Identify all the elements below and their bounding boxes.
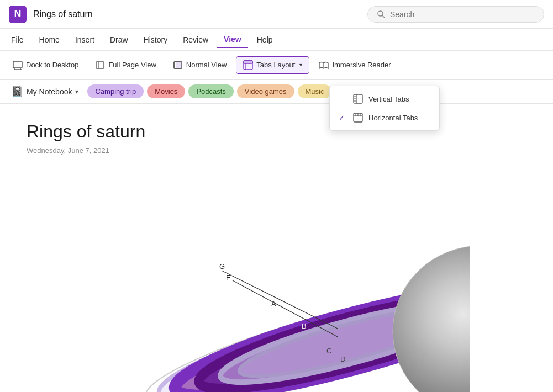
section-camping-trip[interactable]: Camping trip [87, 84, 144, 98]
svg-text:C: C [326, 347, 331, 355]
page-title: Rings of saturn [27, 121, 526, 142]
svg-rect-13 [244, 61, 252, 63]
menu-help[interactable]: Help [250, 32, 280, 47]
vertical-tabs-option[interactable]: Vertical Tabs [330, 89, 439, 108]
vertical-tabs-label: Vertical Tabs [368, 95, 409, 103]
title-bar: N Rings of saturn [0, 0, 553, 29]
svg-rect-6 [96, 62, 104, 68]
horizontal-tabs-icon [353, 113, 363, 123]
page-divider [27, 168, 526, 168]
svg-line-24 [222, 271, 338, 329]
app-icon: N [9, 6, 27, 23]
vertical-tabs-icon [353, 94, 363, 104]
tabs-layout-dropdown-arrow: ▾ [299, 62, 302, 68]
search-bar[interactable] [367, 6, 544, 23]
page-date: Wednesday, June 7, 2021 [27, 146, 526, 155]
menu-home[interactable]: Home [33, 32, 66, 47]
dock-icon [13, 60, 23, 70]
svg-text:A: A [271, 300, 276, 308]
section-music[interactable]: Music [298, 84, 332, 98]
section-movies[interactable]: Movies [147, 84, 185, 98]
full-page-view-button[interactable]: Full Page View [88, 56, 163, 74]
tabs-layout-button[interactable]: Tabs Layout ▾ [236, 56, 309, 74]
tabs-layout-dropdown: Vertical Tabs ✓ Horizontal Tabs [329, 86, 440, 131]
section-tabs: Camping trip Movies Podcasts Video games… [87, 84, 331, 98]
normalview-icon [173, 60, 183, 70]
svg-text:D: D [340, 355, 345, 363]
normal-view-button[interactable]: Normal View [166, 56, 234, 74]
reader-icon [319, 60, 329, 70]
search-icon [377, 10, 386, 19]
section-video-games[interactable]: Video games [237, 84, 294, 98]
menu-view[interactable]: View [217, 31, 248, 48]
menu-bar: File Home Insert Draw History Review Vie… [0, 29, 553, 51]
content-area: Rings of saturn Wednesday, June 7, 2021 … [0, 104, 553, 392]
immersive-reader-button[interactable]: Immersive Reader [312, 56, 398, 74]
notebook-icon: 📓 [11, 86, 23, 98]
menu-insert[interactable]: Insert [69, 32, 101, 47]
svg-rect-2 [13, 61, 22, 68]
menu-draw[interactable]: Draw [103, 32, 135, 47]
search-input[interactable] [390, 10, 535, 19]
notebook-name: My Notebook [27, 87, 72, 96]
fullpage-icon [95, 60, 105, 70]
menu-file[interactable]: File [4, 32, 30, 47]
horizontal-tabs-label: Horizontal Tabs [368, 114, 418, 122]
notebook-bar: 📓 My Notebook ▾ Camping trip Movies Podc… [0, 80, 553, 104]
notebook-selector[interactable]: 📓 My Notebook ▾ [7, 83, 83, 100]
dock-to-desktop-button[interactable]: Dock to Desktop [6, 56, 86, 74]
app-title: Rings of saturn [33, 9, 367, 19]
svg-text:B: B [302, 322, 307, 330]
svg-text:F: F [226, 273, 230, 282]
svg-line-1 [382, 15, 385, 18]
horizontal-tabs-check: ✓ [339, 114, 347, 122]
saturn-illustration: G F A B C D [83, 221, 470, 392]
notebook-chevron-icon: ▾ [75, 88, 78, 96]
horizontal-tabs-option[interactable]: ✓ Horizontal Tabs [330, 108, 439, 127]
svg-point-23 [393, 246, 470, 392]
toolbar: Dock to Desktop Full Page View Normal Vi… [0, 51, 553, 80]
svg-rect-10 [176, 62, 182, 68]
menu-review[interactable]: Review [176, 32, 215, 47]
svg-text:G: G [219, 262, 225, 271]
section-podcasts[interactable]: Podcasts [188, 84, 233, 98]
menu-history[interactable]: History [137, 32, 175, 47]
tabslayout-icon [243, 60, 253, 70]
